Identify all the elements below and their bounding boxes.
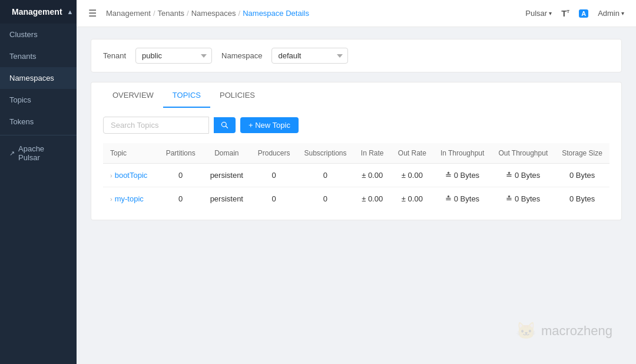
col-header-outthroughput: Out Throughput [491,143,555,164]
search-icon [221,121,228,129]
hamburger-icon[interactable]: ☰ [88,8,97,19]
tab-policies[interactable]: POLICIES [210,82,264,108]
cell-outthroughput-0: ≛ 0 Bytes [491,164,555,187]
sidebar-item-topics[interactable]: Topics [0,89,77,111]
cell-outrate-1: ± 0.00 [391,187,433,211]
tenant-namespace-bar: Tenant public Namespace default [91,39,622,72]
col-header-domain: Domain [203,143,251,164]
cell-subscriptions-1: 0 [297,187,353,211]
cell-producers-1: 0 [251,187,297,211]
cell-domain-0: persistent [203,164,251,187]
tab-overview-label: OVERVIEW [112,91,154,100]
sidebar-item-apache-pulsar[interactable]: ↗ Apache Pulsar [0,138,77,168]
sidebar-nav: Clusters Tenants Namespaces Topics Token… [0,24,77,364]
admin-label: Admin [598,9,620,18]
breadcrumb-sep-2: / [187,9,189,18]
admin-chevron-icon: ▾ [621,10,624,16]
cell-inrate-1: ± 0.00 [354,187,391,211]
row-expand-icon-1[interactable]: › [110,196,112,203]
table-section: + New Topic Topic Partitions Domain [91,107,622,220]
tenant-label: Tenant [103,51,126,60]
search-input[interactable] [103,117,209,134]
cell-partitions-0: 0 [159,164,203,187]
tabs-bar: OVERVIEW TOPICS POLICIES [91,82,622,107]
content-area: Tenant public Namespace default OVERVIEW… [77,27,636,364]
cell-subscriptions-0: 0 [297,164,353,187]
search-button[interactable] [214,117,236,133]
sidebar-item-label: Namespaces [9,74,54,82]
pulsar-chevron-icon: ▾ [549,10,552,16]
col-header-inthroughput: In Throughput [433,143,492,164]
sidebar-divider [0,135,77,135]
col-header-partitions: Partitions [159,143,203,164]
cell-outthroughput-1: ≛ 0 Bytes [491,187,555,211]
new-topic-button[interactable]: + New Topic [240,117,299,133]
cell-storage-1: 0 Bytes [555,187,610,211]
cell-topic-0: › bootTopic [103,164,159,187]
topbar-right: Pulsar ▾ TT A Admin ▾ [525,8,624,18]
topic-link-0[interactable]: bootTopic [115,171,148,180]
sidebar-item-tenants[interactable]: Tenants [0,45,77,67]
cell-producers-0: 0 [251,164,297,187]
col-header-subscriptions: Subscriptions [297,143,353,164]
col-header-outrate: Out Rate [391,143,433,164]
topbar-left: ☰ Management / Tenants / Namespaces / Na… [88,8,309,19]
namespace-select[interactable]: default [271,48,348,64]
table-body: › bootTopic 0 persistent 0 [103,164,610,211]
table-row: › bootTopic 0 persistent 0 [103,164,610,187]
breadcrumb-sep-3: / [238,9,241,18]
cell-partitions-1: 0 [159,187,203,211]
new-topic-label: + New Topic [249,121,290,130]
table-row: › my-topic 0 persistent 0 [103,187,610,211]
tab-topics-label: TOPICS [173,91,201,100]
breadcrumb-namespaces[interactable]: Namespaces [191,9,236,18]
pulsar-dropdown[interactable]: Pulsar ▾ [525,9,552,18]
sidebar-item-tokens[interactable]: Tokens [0,111,77,133]
admin-dropdown[interactable]: Admin ▾ [598,9,624,18]
table-header: Topic Partitions Domain Producers Subscr [103,143,610,164]
font-size-icon[interactable]: TT [561,8,569,18]
tenant-select[interactable]: public [135,48,212,64]
sidebar-external-label: Apache Pulsar [18,144,67,162]
sidebar-item-namespaces[interactable]: Namespaces [0,67,77,89]
external-link-icon: ↗ [9,150,15,157]
cell-domain-1: persistent [203,187,251,211]
cell-outrate-0: ± 0.00 [391,164,433,187]
namespace-label: Namespace [221,51,262,60]
sidebar-item-label: Tenants [9,52,37,61]
topics-table: Topic Partitions Domain Producers Subscr [103,143,610,210]
sidebar-header: Management ▲ [0,0,77,24]
col-header-producers: Producers [251,143,297,164]
breadcrumb-current: Namespace Details [243,9,309,18]
cell-inrate-0: ± 0.00 [354,164,391,187]
sidebar-item-clusters[interactable]: Clusters [0,24,77,45]
breadcrumb-sep-1: / [153,9,155,18]
language-icon[interactable]: A [579,9,588,18]
sidebar-item-label: Tokens [9,117,34,126]
tab-overview[interactable]: OVERVIEW [103,82,163,108]
cell-inthroughput-1: ≛ 0 Bytes [433,187,492,211]
col-header-inrate: In Rate [354,143,391,164]
row-expand-icon-0[interactable]: › [110,172,112,179]
cell-inthroughput-0: ≛ 0 Bytes [433,164,492,187]
topic-link-1[interactable]: my-topic [115,194,144,203]
grid-icon [6,7,7,16]
sidebar-title: Management [12,7,62,16]
sidebar-collapse-icon[interactable]: ▲ [67,8,74,15]
pulsar-label: Pulsar [525,9,547,18]
sidebar-item-label: Clusters [9,30,38,39]
breadcrumb-management[interactable]: Management [106,9,151,18]
main-content: ☰ Management / Tenants / Namespaces / Na… [77,0,636,364]
sidebar: Management ▲ Clusters Tenants Namespaces… [0,0,77,364]
topbar: ☰ Management / Tenants / Namespaces / Na… [77,0,636,27]
sidebar-item-label: Topics [9,95,31,104]
cell-topic-1: › my-topic [103,187,159,211]
tab-policies-label: POLICIES [220,91,255,100]
breadcrumb-tenants[interactable]: Tenants [158,9,185,18]
search-bar: + New Topic [103,117,610,134]
col-header-storage: Storage Size [555,143,610,164]
tab-topics[interactable]: TOPICS [163,82,210,108]
cell-storage-0: 0 Bytes [555,164,610,187]
col-header-topic: Topic [103,143,159,164]
breadcrumb: Management / Tenants / Namespaces / Name… [106,9,309,18]
